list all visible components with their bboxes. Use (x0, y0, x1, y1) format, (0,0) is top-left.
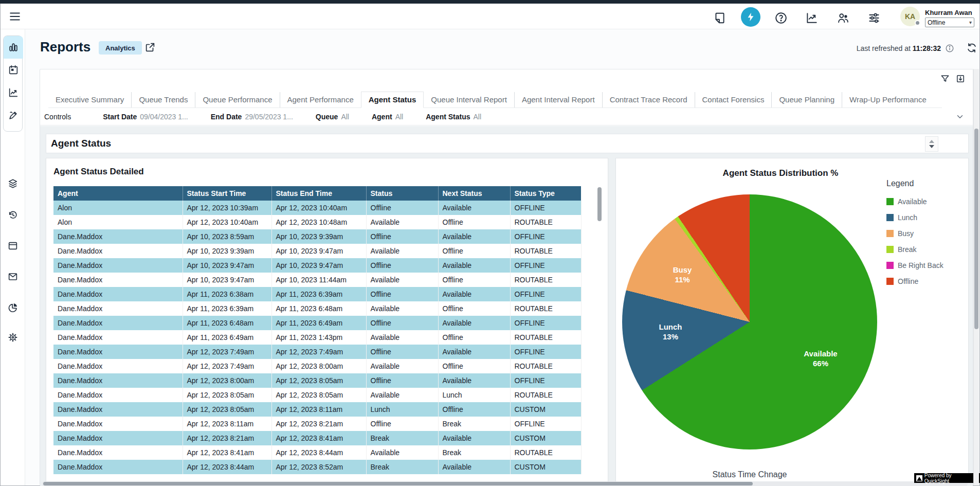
table-row[interactable]: Dane.MaddoxApr 12, 2023 8:00amApr 12, 20… (53, 373, 581, 388)
table-cell: ROUTABLE (510, 445, 581, 460)
legend-item-busy[interactable]: Busy (886, 229, 943, 238)
table-row[interactable]: Dane.MaddoxApr 12, 2023 8:21amApr 12, 20… (53, 431, 581, 445)
last-refreshed: Last refreshed at 11:28:32 (771, 44, 941, 52)
table-row[interactable]: Dane.MaddoxApr 11, 2023 6:39amApr 11, 20… (53, 301, 581, 316)
table-cell: Apr 12, 2023 8:11am (271, 402, 366, 417)
table-row[interactable]: Dane.MaddoxApr 12, 2023 8:05amApr 12, 20… (53, 388, 581, 402)
table-row[interactable]: Dane.MaddoxApr 10, 2023 9:47amApr 10, 20… (53, 273, 581, 287)
menu-icon[interactable] (8, 10, 22, 23)
page-scrollbar (973, 69, 979, 485)
sidebar-item-history[interactable] (1, 204, 25, 226)
legend-item-break[interactable]: Break (886, 245, 943, 254)
tab-queue-performance[interactable]: Queue Performance (195, 92, 279, 107)
filter-icon[interactable] (940, 74, 950, 84)
table-cell: Dane.Maddox (53, 258, 183, 273)
control-filter-agent[interactable]: AgentAll (372, 113, 403, 121)
sidebar-item-annotate[interactable] (4, 104, 23, 127)
spinner-down-icon[interactable] (929, 145, 934, 148)
table-cell: Apr 12, 2023 7:49am (183, 345, 271, 359)
sidebar-item-schedule[interactable] (4, 59, 23, 81)
table-row[interactable]: Dane.MaddoxApr 12, 2023 7:49amApr 12, 20… (53, 359, 581, 373)
table-cell: CUSTOM (510, 460, 581, 474)
legend-item-lunch[interactable]: Lunch (886, 213, 943, 222)
sidebar-item-window[interactable] (1, 235, 25, 257)
sidebar-item-pie-reports[interactable] (1, 296, 25, 319)
sidebar-item-dashboards[interactable] (4, 36, 23, 59)
analytics-badge[interactable]: Analytics (99, 41, 142, 55)
metrics-icon[interactable] (805, 11, 819, 25)
legend-item-available[interactable]: Available (886, 197, 943, 206)
control-filter-agent-status[interactable]: Agent StatusAll (426, 113, 481, 121)
table-row[interactable]: Dane.MaddoxApr 10, 2023 9:47amApr 10, 20… (53, 258, 581, 273)
sidebar-item-settings[interactable] (1, 326, 25, 349)
sidebar-item-mail[interactable] (1, 265, 25, 288)
table-cell: Apr 12, 2023 8:44am (183, 460, 271, 474)
column-header[interactable]: Agent (53, 186, 183, 201)
legend-item-offline[interactable]: Offline (886, 277, 943, 285)
legend-label: Offline (898, 277, 918, 285)
table-row[interactable]: Dane.MaddoxApr 12, 2023 8:11amApr 12, 20… (53, 417, 581, 431)
sheet-spinner[interactable] (925, 136, 938, 152)
legend-label: Be Right Back (898, 261, 943, 269)
table-row[interactable]: Dane.MaddoxApr 12, 2023 7:49amApr 12, 20… (53, 345, 581, 359)
tab-agent-performance[interactable]: Agent Performance (280, 92, 361, 107)
table-row[interactable]: Dane.MaddoxApr 10, 2023 8:59amApr 10, 20… (53, 229, 581, 244)
column-header[interactable]: Next Status (438, 186, 510, 201)
window-icon (7, 240, 19, 251)
table-cell: Apr 12, 2023 7:49am (271, 345, 366, 359)
control-filter-queue[interactable]: QueueAll (316, 113, 349, 121)
report-card: Executive SummaryQueue TrendsQueue Perfo… (40, 69, 973, 485)
tasks-lightning-icon[interactable] (741, 7, 760, 27)
info-icon[interactable] (945, 44, 954, 53)
table-cell: Apr 12, 2023 8:05am (271, 388, 366, 402)
download-icon[interactable] (955, 74, 966, 84)
tab-queue-planning[interactable]: Queue Planning (771, 92, 842, 107)
tab-queue-interval-report[interactable]: Queue Interval Report (424, 92, 514, 107)
pie-chart[interactable] (622, 194, 877, 449)
tab-agent-status[interactable]: Agent Status (361, 92, 424, 108)
control-filter-end-date[interactable]: End Date29/05/2023 1... (211, 113, 293, 121)
table-cell: Available (366, 359, 438, 373)
refresh-icon[interactable] (966, 42, 977, 53)
note-icon[interactable] (713, 11, 727, 25)
legend-item-be-right-back[interactable]: Be Right Back (886, 261, 943, 269)
table-row[interactable]: AlonApr 12, 2023 10:40amApr 12, 2023 10:… (53, 215, 581, 229)
table-row[interactable]: Dane.MaddoxApr 10, 2023 9:39amApr 10, 20… (53, 244, 581, 258)
control-filter-start-date[interactable]: Start Date09/04/2023 1... (103, 113, 188, 121)
help-icon[interactable] (774, 11, 788, 25)
table-row[interactable]: Dane.MaddoxApr 11, 2023 6:38amApr 11, 20… (53, 287, 581, 301)
table-cell: OFFLINE (510, 201, 581, 215)
column-header[interactable]: Status Type (510, 186, 581, 201)
table-cell: Alon (53, 201, 183, 215)
status-select[interactable]: Offline ▾ (925, 17, 974, 27)
tab-contact-forensics[interactable]: Contact Forensics (695, 92, 772, 107)
table-row[interactable]: Dane.MaddoxApr 12, 2023 8:41amApr 12, 20… (53, 445, 581, 460)
column-header[interactable]: Status (366, 186, 438, 201)
column-header[interactable]: Status Start Time (183, 186, 271, 201)
tab-wrap-up-performance[interactable]: Wrap-Up Performance (842, 92, 934, 107)
spinner-up-icon[interactable] (929, 140, 934, 143)
column-header[interactable]: Status End Time (271, 186, 366, 201)
sidebar-item-metrics[interactable] (4, 81, 23, 104)
sliders-icon[interactable] (867, 11, 881, 25)
sidebar-item-layers[interactable] (1, 172, 25, 195)
table-cell: Offline (438, 244, 510, 258)
users-icon[interactable] (837, 11, 850, 25)
table-cell: Apr 12, 2023 8:00am (271, 359, 366, 373)
external-link-icon[interactable] (144, 42, 156, 53)
table-row[interactable]: Dane.MaddoxApr 12, 2023 8:05amApr 12, 20… (53, 402, 581, 417)
table-row[interactable]: AlonApr 12, 2023 10:39amApr 12, 2023 10:… (53, 201, 581, 215)
tab-contract-trace-record[interactable]: Contract Trace Record (602, 92, 695, 107)
controls-collapse-chevron-icon[interactable] (955, 112, 965, 121)
page-scrollbar-thumb[interactable] (974, 129, 978, 329)
tab-queue-trends[interactable]: Queue Trends (131, 92, 195, 107)
tab-agent-interval-report[interactable]: Agent Interval Report (514, 92, 602, 107)
table-row[interactable]: Dane.MaddoxApr 12, 2023 8:44amApr 12, 20… (53, 460, 581, 474)
table-row[interactable]: Dane.MaddoxApr 11, 2023 6:48amApr 11, 20… (53, 316, 581, 330)
table-vertical-scrollbar[interactable] (597, 187, 602, 221)
horizontal-scrollbar-thumb[interactable] (43, 482, 753, 485)
table-cell: ROUTABLE (510, 388, 581, 402)
tab-executive-summary[interactable]: Executive Summary (48, 92, 131, 107)
controls-filters: Start Date09/04/2023 1...End Date29/05/2… (103, 113, 504, 121)
table-row[interactable]: Dane.MaddoxApr 11, 2023 6:49amApr 11, 20… (53, 330, 581, 345)
